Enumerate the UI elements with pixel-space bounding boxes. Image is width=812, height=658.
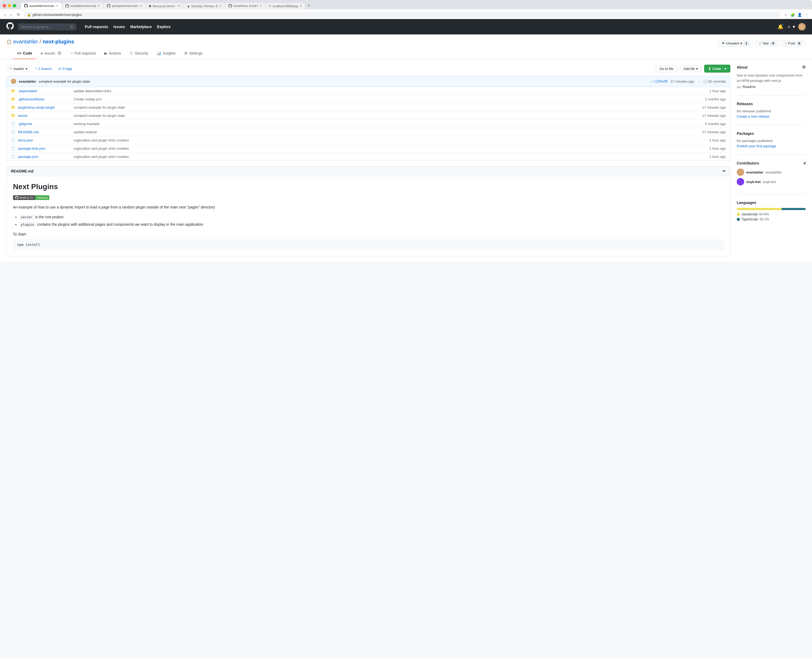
browser-tab-7[interactable]: ⊙ localhost:3000/plug ✕ — [265, 3, 305, 9]
lang-js-pct: 64.9% — [759, 212, 769, 216]
address-bar[interactable]: 🔒 github.com/evantahler/next-plugins — [24, 12, 781, 17]
file-name[interactable]: server — [18, 114, 71, 118]
tab-close-btn-7[interactable]: ✕ — [300, 4, 302, 8]
file-row: 📁.dependabotupdate dependabot links1 hou… — [6, 87, 730, 95]
tab-insights[interactable]: 📊 Insights — [152, 48, 180, 59]
add-file-button[interactable]: Add file ▾ — [680, 65, 702, 72]
nav-marketplace[interactable]: Marketplace — [128, 24, 154, 30]
commit-count-link[interactable]: 🕐 62 commits — [700, 80, 726, 83]
lang-item-js[interactable]: JavaScript 64.9% — [737, 212, 806, 216]
tab-title-7: localhost:3000/plug — [273, 5, 298, 8]
traffic-lights — [3, 4, 16, 8]
github-search[interactable]: Search or jump to... / — [18, 24, 76, 30]
branch-count-value: 1 — [38, 67, 40, 71]
page-wrapper: Search or jump to... / Pull requests Iss… — [0, 19, 812, 262]
about-title-text: About — [737, 65, 748, 69]
eye-icon: 👁 — [722, 41, 725, 45]
branch-bar: ⑂ master ▾ ⑂ 1 branch 🏷 0 tags Go to fil… — [6, 65, 730, 72]
address-text: github.com/evantahler/next-plugins — [33, 13, 777, 17]
close-traffic-light[interactable] — [3, 4, 6, 8]
lang-item-ts[interactable]: TypeScript 35.1% — [737, 217, 806, 221]
readme-title: Next Plugins — [13, 183, 724, 191]
contributor-avatar-1[interactable] — [737, 168, 744, 176]
star-button[interactable]: ☆ Star 0 — [755, 40, 780, 47]
tab-favicon-5: ▲ — [187, 5, 190, 8]
tab-issues[interactable]: ● Issues 2 — [36, 48, 66, 59]
publish-package-link[interactable]: Publish your first package — [737, 144, 776, 148]
branch-count-link[interactable]: ⑂ 1 branch — [33, 66, 54, 72]
tab-pull-requests[interactable]: ⑂ Pull requests — [66, 48, 100, 59]
nav-explore[interactable]: Explore — [155, 24, 173, 30]
browser-tab-5[interactable]: ▲ Develop. Preview. S ✕ — [184, 3, 225, 9]
notification-bell[interactable]: 🔔 — [777, 24, 784, 30]
tab-close-btn-2[interactable]: ✕ — [97, 4, 100, 8]
fork-button[interactable]: ⑂ Fork 0 — [782, 40, 806, 47]
code-dropdown-button[interactable]: ⬇ Code ▾ — [704, 65, 730, 72]
contributor-avatar-2[interactable] — [737, 178, 744, 185]
readme-edit-icon[interactable]: ✏ — [723, 169, 726, 173]
repo-owner-link[interactable]: evantahler — [13, 39, 38, 45]
file-time: 17 minutes ago — [702, 114, 726, 118]
branch-selector[interactable]: ⑂ master ▾ — [6, 65, 31, 72]
go-to-file-button[interactable]: Go to file — [656, 65, 677, 72]
book-icon: 📖 — [737, 85, 741, 89]
commit-author-name[interactable]: evantahler — [19, 80, 36, 83]
tag-count-link[interactable]: 🏷 0 tags — [56, 66, 74, 72]
tab-settings[interactable]: ⚙ Settings — [180, 48, 207, 59]
readme-description: An example of how to use a dynamic impor… — [13, 204, 724, 210]
browser-tab-2[interactable]: evantahler/next-sub ✕ — [62, 3, 104, 9]
tab-close-btn-5[interactable]: ✕ — [219, 4, 221, 8]
tab-actions[interactable]: ▶ Actions — [100, 48, 126, 59]
menu-icon[interactable]: ⋮ — [804, 13, 809, 17]
tab-close-btn[interactable]: ✕ — [56, 4, 58, 8]
browser-tab-4[interactable]: N Next.js by Vercel - ✕ — [146, 3, 184, 9]
browser-tab-active[interactable]: evantahler/next-plu ✕ — [21, 3, 61, 9]
repo-name-link[interactable]: next-plugins — [43, 39, 74, 45]
file-row: 📄package-lock.jsonorginzation and plugin… — [6, 144, 730, 153]
back-button[interactable]: ‹ — [3, 12, 6, 18]
file-name[interactable]: .gitignore — [18, 122, 71, 126]
file-name[interactable]: lerna.json — [18, 138, 71, 142]
star-page-icon[interactable]: ☆ — [784, 13, 788, 17]
settings-icon: ⚙ — [184, 51, 188, 55]
tab-close-btn-3[interactable]: ✕ — [140, 4, 142, 8]
watch-button[interactable]: 👁 Unwatch ▾ 1 — [718, 40, 753, 47]
github-logo[interactable] — [6, 22, 14, 31]
list-item-2: plugins contains the plugins with additi… — [19, 221, 724, 228]
tab-code[interactable]: <> Code — [13, 48, 36, 59]
file-name[interactable]: README.md — [18, 130, 71, 134]
create-release-link[interactable]: Create a new release — [737, 114, 770, 118]
browser-tab-3[interactable]: grouparoo/next.com ✕ — [104, 3, 145, 9]
forward-button[interactable]: › — [9, 12, 13, 18]
commit-bar: evantahler complext example for plugin s… — [6, 76, 730, 87]
file-name[interactable]: .dependabot — [18, 89, 71, 93]
nav-pull-requests[interactable]: Pull requests — [83, 24, 110, 30]
commit-hash-link[interactable]: ✓ c22ba38 — [651, 80, 668, 83]
new-tab-button[interactable]: + — [306, 2, 312, 9]
file-name[interactable]: package.json — [18, 155, 71, 159]
user-avatar[interactable]: E — [798, 23, 806, 30]
tabs-bar: evantahler/next-plu ✕ evantahler/next-su… — [21, 2, 809, 9]
file-name[interactable]: package-lock.json — [18, 146, 71, 150]
commit-message: complext example for plugin state — [39, 80, 90, 83]
reload-button[interactable]: ↻ — [16, 12, 21, 18]
file-name[interactable]: .github/workflows — [18, 97, 71, 101]
contributor-name-1[interactable]: evantahler — [746, 170, 763, 174]
tab-close-btn-6[interactable]: ✕ — [259, 4, 262, 8]
file-commit-msg: Create nodejs.yml — [74, 97, 702, 101]
lang-js-name: JavaScript — [741, 212, 758, 216]
file-commit-msg: working example — [74, 122, 702, 126]
nav-issues[interactable]: Issues — [111, 24, 127, 30]
maximize-traffic-light[interactable] — [13, 4, 16, 8]
about-gear-icon[interactable]: ⚙ — [802, 65, 806, 70]
profile-icon[interactable]: 👤 — [797, 13, 802, 17]
browser-tab-6[interactable]: lerna/lerna: A tool f ✕ — [225, 3, 265, 9]
file-name[interactable]: plugins/my-nextjs-plugin — [18, 105, 71, 110]
minimize-traffic-light[interactable] — [8, 4, 11, 8]
contributor-name-2[interactable]: snyk-bot — [746, 180, 760, 184]
tab-security[interactable]: 🛡 Security — [126, 48, 152, 59]
extension-icon[interactable]: 🧩 — [790, 13, 795, 17]
readme-link[interactable]: 📖 Readme — [737, 85, 806, 89]
tab-close-btn-4[interactable]: ✕ — [178, 4, 180, 8]
plus-menu[interactable]: ＋ ▾ — [787, 24, 795, 30]
